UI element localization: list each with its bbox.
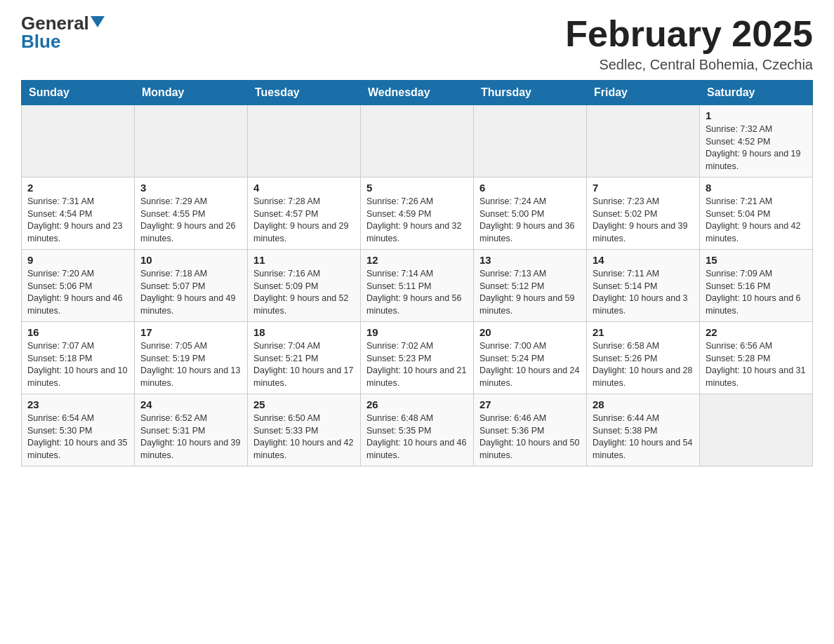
calendar-cell: 12Sunrise: 7:14 AMSunset: 5:11 PMDayligh… <box>361 250 474 322</box>
calendar-cell: 18Sunrise: 7:04 AMSunset: 5:21 PMDayligh… <box>248 322 361 394</box>
calendar-cell: 10Sunrise: 7:18 AMSunset: 5:07 PMDayligh… <box>135 250 248 322</box>
calendar-cell <box>248 105 361 177</box>
day-info: Sunrise: 7:26 AMSunset: 4:59 PMDaylight:… <box>366 196 468 245</box>
calendar-cell: 22Sunrise: 6:56 AMSunset: 5:28 PMDayligh… <box>700 322 813 394</box>
day-info: Sunrise: 7:05 AMSunset: 5:19 PMDaylight:… <box>140 340 241 389</box>
calendar-body: 1Sunrise: 7:32 AMSunset: 4:52 PMDaylight… <box>22 105 813 467</box>
day-info: Sunrise: 6:44 AMSunset: 5:38 PMDaylight:… <box>593 412 694 462</box>
calendar-cell: 16Sunrise: 7:07 AMSunset: 5:18 PMDayligh… <box>22 322 135 394</box>
calendar-cell <box>22 105 135 177</box>
weekday-header-row: SundayMondayTuesdayWednesdayThursdayFrid… <box>22 81 813 105</box>
weekday-header-friday: Friday <box>587 81 700 105</box>
day-info: Sunrise: 7:11 AMSunset: 5:14 PMDaylight:… <box>593 268 694 317</box>
calendar-cell: 25Sunrise: 6:50 AMSunset: 5:33 PMDayligh… <box>248 394 361 467</box>
day-number: 14 <box>593 254 694 266</box>
calendar-cell <box>587 105 700 177</box>
calendar-cell: 2Sunrise: 7:31 AMSunset: 4:54 PMDaylight… <box>22 177 135 250</box>
day-number: 27 <box>479 398 581 410</box>
weekday-header-saturday: Saturday <box>700 81 813 105</box>
day-number: 21 <box>593 326 694 338</box>
logo-blue-text: Blue <box>21 32 60 51</box>
day-number: 23 <box>27 398 128 410</box>
day-number: 16 <box>27 326 128 338</box>
day-info: Sunrise: 6:58 AMSunset: 5:26 PMDaylight:… <box>593 340 694 389</box>
calendar-cell <box>135 105 248 177</box>
day-info: Sunrise: 7:29 AMSunset: 4:55 PMDaylight:… <box>140 196 241 245</box>
weekday-header-wednesday: Wednesday <box>361 81 474 105</box>
day-info: Sunrise: 7:21 AMSunset: 5:04 PMDaylight:… <box>706 196 807 245</box>
day-number: 3 <box>140 182 241 194</box>
day-number: 9 <box>27 254 128 266</box>
calendar-cell: 17Sunrise: 7:05 AMSunset: 5:19 PMDayligh… <box>135 322 248 394</box>
day-number: 22 <box>706 326 807 338</box>
day-number: 19 <box>366 326 468 338</box>
day-number: 28 <box>593 398 694 410</box>
day-info: Sunrise: 7:14 AMSunset: 5:11 PMDaylight:… <box>366 268 468 317</box>
calendar-week-row: 23Sunrise: 6:54 AMSunset: 5:30 PMDayligh… <box>22 394 813 467</box>
day-info: Sunrise: 6:46 AMSunset: 5:36 PMDaylight:… <box>479 412 581 462</box>
calendar-week-row: 16Sunrise: 7:07 AMSunset: 5:18 PMDayligh… <box>22 322 813 394</box>
day-number: 11 <box>253 254 355 266</box>
day-info: Sunrise: 7:20 AMSunset: 5:06 PMDaylight:… <box>27 268 128 317</box>
calendar-cell: 8Sunrise: 7:21 AMSunset: 5:04 PMDaylight… <box>700 177 813 250</box>
day-info: Sunrise: 6:52 AMSunset: 5:31 PMDaylight:… <box>140 412 241 462</box>
day-info: Sunrise: 7:13 AMSunset: 5:12 PMDaylight:… <box>479 268 581 317</box>
logo-general-text: General <box>21 14 89 32</box>
calendar-cell: 5Sunrise: 7:26 AMSunset: 4:59 PMDaylight… <box>361 177 474 250</box>
calendar-cell <box>700 394 813 467</box>
day-info: Sunrise: 7:07 AMSunset: 5:18 PMDaylight:… <box>27 340 128 389</box>
calendar-cell: 13Sunrise: 7:13 AMSunset: 5:12 PMDayligh… <box>474 250 587 322</box>
calendar-cell: 24Sunrise: 6:52 AMSunset: 5:31 PMDayligh… <box>135 394 248 467</box>
day-info: Sunrise: 7:32 AMSunset: 4:52 PMDaylight:… <box>706 123 807 173</box>
calendar-week-row: 2Sunrise: 7:31 AMSunset: 4:54 PMDaylight… <box>22 177 813 250</box>
calendar-cell: 4Sunrise: 7:28 AMSunset: 4:57 PMDaylight… <box>248 177 361 250</box>
weekday-header-sunday: Sunday <box>22 81 135 105</box>
calendar-cell <box>474 105 587 177</box>
calendar-cell: 3Sunrise: 7:29 AMSunset: 4:55 PMDaylight… <box>135 177 248 250</box>
day-number: 13 <box>479 254 581 266</box>
logo-triangle-icon <box>91 16 105 27</box>
day-info: Sunrise: 6:50 AMSunset: 5:33 PMDaylight:… <box>253 412 355 462</box>
day-number: 25 <box>253 398 355 410</box>
month-title: February 2025 <box>565 14 813 54</box>
calendar-cell: 21Sunrise: 6:58 AMSunset: 5:26 PMDayligh… <box>587 322 700 394</box>
day-number: 1 <box>706 109 807 121</box>
day-info: Sunrise: 7:28 AMSunset: 4:57 PMDaylight:… <box>253 196 355 245</box>
calendar-cell: 11Sunrise: 7:16 AMSunset: 5:09 PMDayligh… <box>248 250 361 322</box>
logo: General Blue <box>21 14 105 51</box>
day-number: 18 <box>253 326 355 338</box>
day-info: Sunrise: 7:18 AMSunset: 5:07 PMDaylight:… <box>140 268 241 317</box>
day-info: Sunrise: 7:23 AMSunset: 5:02 PMDaylight:… <box>593 196 694 245</box>
day-info: Sunrise: 7:09 AMSunset: 5:16 PMDaylight:… <box>706 268 807 317</box>
day-number: 2 <box>27 182 128 194</box>
day-info: Sunrise: 7:16 AMSunset: 5:09 PMDaylight:… <box>253 268 355 317</box>
calendar-week-row: 1Sunrise: 7:32 AMSunset: 4:52 PMDaylight… <box>22 105 813 177</box>
weekday-header-monday: Monday <box>135 81 248 105</box>
day-number: 24 <box>140 398 241 410</box>
calendar-cell: 28Sunrise: 6:44 AMSunset: 5:38 PMDayligh… <box>587 394 700 467</box>
day-number: 12 <box>366 254 468 266</box>
day-info: Sunrise: 6:54 AMSunset: 5:30 PMDaylight:… <box>27 412 128 462</box>
day-number: 26 <box>366 398 468 410</box>
day-info: Sunrise: 7:02 AMSunset: 5:23 PMDaylight:… <box>366 340 468 389</box>
calendar-cell: 27Sunrise: 6:46 AMSunset: 5:36 PMDayligh… <box>474 394 587 467</box>
day-number: 15 <box>706 254 807 266</box>
day-number: 4 <box>253 182 355 194</box>
day-number: 17 <box>140 326 241 338</box>
calendar-header: SundayMondayTuesdayWednesdayThursdayFrid… <box>22 81 813 105</box>
day-info: Sunrise: 6:48 AMSunset: 5:35 PMDaylight:… <box>366 412 468 462</box>
calendar-cell: 14Sunrise: 7:11 AMSunset: 5:14 PMDayligh… <box>587 250 700 322</box>
day-number: 7 <box>593 182 694 194</box>
day-info: Sunrise: 7:00 AMSunset: 5:24 PMDaylight:… <box>479 340 581 389</box>
day-info: Sunrise: 7:24 AMSunset: 5:00 PMDaylight:… <box>479 196 581 245</box>
day-number: 6 <box>479 182 581 194</box>
day-info: Sunrise: 7:31 AMSunset: 4:54 PMDaylight:… <box>27 196 128 245</box>
calendar-table: SundayMondayTuesdayWednesdayThursdayFrid… <box>21 80 813 467</box>
calendar-cell: 15Sunrise: 7:09 AMSunset: 5:16 PMDayligh… <box>700 250 813 322</box>
day-number: 5 <box>366 182 468 194</box>
calendar-cell: 9Sunrise: 7:20 AMSunset: 5:06 PMDaylight… <box>22 250 135 322</box>
location-title: Sedlec, Central Bohemia, Czechia <box>565 57 813 73</box>
calendar-week-row: 9Sunrise: 7:20 AMSunset: 5:06 PMDaylight… <box>22 250 813 322</box>
day-number: 8 <box>706 182 807 194</box>
day-info: Sunrise: 7:04 AMSunset: 5:21 PMDaylight:… <box>253 340 355 389</box>
